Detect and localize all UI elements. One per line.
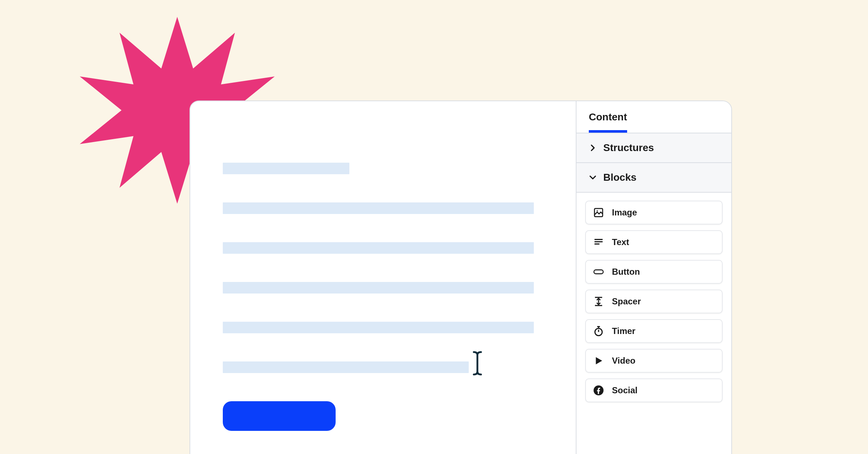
placeholder-title xyxy=(223,163,349,174)
editor-window: Content Structures Blocks Image xyxy=(190,100,732,454)
chevron-down-icon xyxy=(589,174,597,181)
block-label: Button xyxy=(612,267,640,277)
placeholder-line xyxy=(223,202,534,214)
svg-point-2 xyxy=(597,210,598,211)
block-item-text[interactable]: Text xyxy=(585,230,723,254)
block-item-button[interactable]: Button xyxy=(585,260,723,284)
timer-icon xyxy=(593,326,604,337)
tab-content[interactable]: Content xyxy=(589,111,627,133)
chevron-right-icon xyxy=(589,144,597,152)
canvas-area[interactable] xyxy=(190,101,576,454)
tab-header: Content xyxy=(576,101,731,133)
block-item-video[interactable]: Video xyxy=(585,349,723,373)
social-icon xyxy=(593,385,604,396)
block-label: Timer xyxy=(612,326,635,336)
accordion-label-structures: Structures xyxy=(603,142,654,154)
block-item-spacer[interactable]: Spacer xyxy=(585,290,723,313)
placeholder-line xyxy=(223,242,534,254)
block-label: Text xyxy=(612,237,629,247)
placeholder-line-editing[interactable] xyxy=(223,361,469,373)
accordion-label-blocks: Blocks xyxy=(603,172,637,183)
block-item-image[interactable]: Image xyxy=(585,201,723,224)
spacer-icon xyxy=(593,296,604,307)
cta-button-placeholder[interactable] xyxy=(223,401,336,431)
blocks-list: Image Text Button Spacer xyxy=(576,192,731,410)
sidebar-panel: Content Structures Blocks Image xyxy=(576,101,731,454)
placeholder-line xyxy=(223,322,534,333)
text-cursor-icon xyxy=(472,351,482,376)
accordion-blocks[interactable]: Blocks xyxy=(576,162,731,192)
image-icon xyxy=(593,207,604,218)
block-label: Social xyxy=(612,385,638,395)
block-label: Spacer xyxy=(612,296,641,307)
video-icon xyxy=(593,355,604,366)
block-item-timer[interactable]: Timer xyxy=(585,319,723,343)
button-icon xyxy=(593,266,604,277)
accordion-structures[interactable]: Structures xyxy=(576,133,731,162)
placeholder-line xyxy=(223,282,534,294)
text-icon xyxy=(593,237,604,248)
block-item-social[interactable]: Social xyxy=(585,378,723,402)
block-label: Image xyxy=(612,207,637,218)
svg-rect-6 xyxy=(594,270,603,274)
block-label: Video xyxy=(612,356,635,366)
